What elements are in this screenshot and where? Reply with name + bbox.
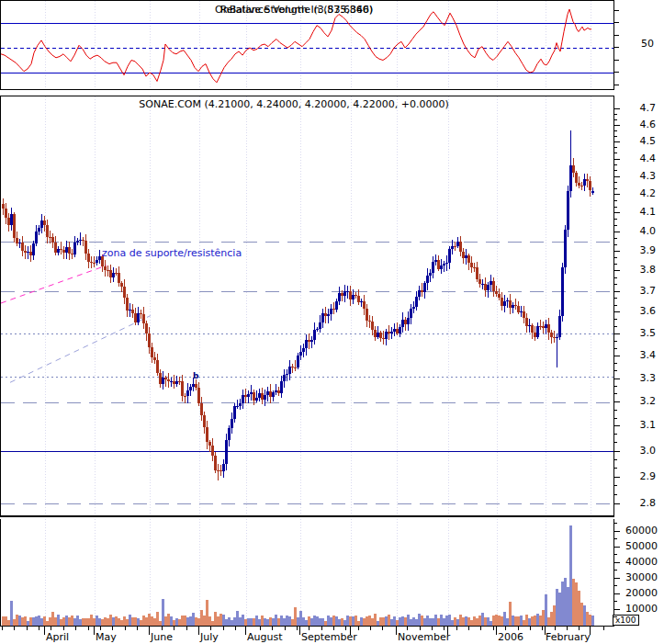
candle-body — [434, 260, 437, 262]
volume-bar — [332, 616, 335, 625]
candle-body — [415, 297, 418, 307]
volume-bar — [43, 616, 46, 625]
candle-body — [29, 252, 32, 255]
candle-body — [65, 247, 68, 253]
volume-chart-canvas[interactable] — [1, 519, 613, 626]
week-tick — [407, 627, 408, 630]
price-axis-label: 3.7 — [628, 286, 656, 297]
candle-body — [426, 276, 429, 284]
volume-bar — [580, 603, 583, 626]
volume-bar — [484, 617, 487, 625]
candle-body — [16, 238, 18, 243]
volume-bar — [90, 615, 93, 625]
candle-body — [71, 254, 73, 254]
candle-body — [514, 305, 517, 306]
candle-body — [192, 384, 195, 387]
volume-bar — [567, 587, 569, 626]
price-chart-canvas[interactable] — [1, 96, 613, 515]
week-tick — [125, 627, 126, 630]
candle-body — [206, 427, 208, 442]
volume-bar — [503, 612, 506, 625]
volume-bar — [87, 618, 90, 626]
price-axis-label: 4.0 — [628, 226, 656, 237]
candle-body — [186, 390, 189, 397]
volume-bar — [448, 615, 451, 625]
price-axis-minor-tick — [613, 225, 617, 226]
candle-body — [421, 290, 423, 292]
candle-body — [539, 326, 542, 327]
volume-bar — [208, 616, 211, 626]
candle-body — [244, 395, 247, 397]
volume-bar — [126, 619, 129, 626]
volume-bar — [368, 616, 371, 626]
candle-body — [214, 456, 217, 469]
candle-body — [404, 320, 407, 324]
volume-bar — [321, 618, 324, 626]
volume-bar — [239, 617, 242, 625]
candle-body — [46, 225, 49, 237]
candle-body — [219, 470, 222, 471]
candle-body — [104, 266, 107, 269]
indicator-title-rsi: Relative Strength In (53.6346) — [3, 4, 591, 16]
volume-bar — [76, 616, 79, 626]
volume-axis-tick — [613, 616, 617, 617]
volume-bar — [27, 621, 29, 625]
volume-bar — [382, 617, 385, 626]
candle-body — [118, 273, 120, 283]
volume-bar — [148, 614, 151, 625]
candle-body — [203, 415, 206, 427]
volume-bar — [528, 618, 531, 625]
candle-body — [13, 214, 16, 238]
week-tick — [272, 627, 273, 630]
candle-body — [308, 340, 310, 342]
chart-marker-b: b — [193, 371, 198, 380]
volume-bar — [24, 616, 27, 626]
volume-bar — [242, 615, 244, 625]
volume-bar — [200, 610, 203, 625]
candle-body — [512, 305, 514, 308]
volume-bar — [401, 616, 404, 626]
candle-body — [294, 367, 297, 368]
price-axis-minor-tick — [613, 393, 617, 394]
week-tick — [468, 627, 469, 630]
volume-bar — [456, 619, 459, 626]
trendline — [1, 266, 107, 303]
price-axis-label: 2.9 — [628, 471, 656, 482]
volume-bar — [299, 611, 302, 626]
month-tick — [44, 627, 45, 635]
price-axis-label: 3.2 — [628, 396, 656, 407]
candle-body — [393, 329, 396, 333]
candle-body — [181, 381, 184, 396]
candle-body — [509, 300, 512, 308]
week-tick — [174, 627, 174, 630]
price-axis-label: 3.5 — [628, 328, 656, 339]
candle-body — [131, 310, 134, 313]
volume-bar — [164, 616, 167, 625]
volume-bar — [170, 616, 173, 626]
price-axis-minor-tick — [613, 434, 617, 435]
candle-body — [151, 347, 153, 358]
candle-body — [583, 179, 586, 185]
candle-body — [459, 242, 462, 252]
candle-body — [5, 209, 7, 217]
right-price-axis: 4.74.64.54.44.34.24.14.03.93.83.73.63.53… — [613, 0, 664, 634]
volume-bar — [101, 619, 104, 625]
candle-body — [164, 378, 167, 379]
volume-bar — [21, 617, 24, 625]
volume-bar — [523, 620, 525, 625]
candle-body — [32, 243, 35, 255]
price-axis-tick — [613, 311, 620, 312]
price-axis-minor-tick — [613, 370, 617, 371]
volume-bar — [454, 617, 456, 626]
price-axis-minor-tick — [613, 164, 617, 165]
volume-bar — [118, 618, 120, 626]
volume-bar — [578, 591, 580, 626]
price-axis-label: 3.3 — [628, 373, 656, 384]
volume-bar — [145, 617, 148, 625]
volume-axis-tick — [613, 609, 620, 610]
week-tick — [210, 627, 211, 630]
volume-bar — [423, 618, 426, 625]
volume-bar — [418, 614, 421, 626]
candle-body — [487, 285, 490, 290]
candle-body — [54, 243, 57, 252]
